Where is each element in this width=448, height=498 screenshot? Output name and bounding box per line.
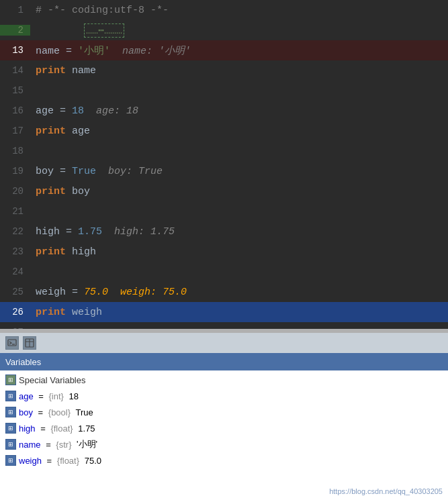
- var-icon-age: ⊞: [5, 391, 16, 401]
- var-item-name[interactable]: ⊞ name = {str} '小明': [0, 436, 448, 452]
- var-icon-boy: ⊞: [5, 407, 16, 417]
- line-number-19: 19: [0, 166, 30, 177]
- code-editor: 1 # -*- coding:utf-8 -*- 2 ……⋯……… 13 nam…: [0, 0, 448, 329]
- line-content-20: print boy: [30, 186, 448, 197]
- variables-panel: Variables ⊞ Special Variables ⊞ age = {i…: [0, 353, 448, 498]
- line-number-16: 16: [0, 105, 30, 116]
- code-line-26[interactable]: 26 print weigh: [0, 302, 448, 322]
- var-type-weigh: {float}: [57, 456, 79, 466]
- code-line-16[interactable]: 16 age = 18 age: 18: [0, 101, 448, 121]
- line-number-18: 18: [0, 146, 30, 156]
- variables-title: Variables: [5, 357, 41, 367]
- line-content-22: high = 1.75 high: 1.75: [30, 226, 448, 238]
- var-icon-weigh: ⊞: [5, 455, 16, 466]
- var-item-weigh[interactable]: ⊞ weigh = {float} 75.0: [0, 452, 448, 468]
- line-content-16: age = 18 age: 18: [30, 105, 448, 117]
- line-content-23: print high: [30, 246, 448, 258]
- code-area: 1 # -*- coding:utf-8 -*- 2 ……⋯……… 13 nam…: [0, 0, 448, 329]
- var-equals-high: =: [38, 424, 48, 434]
- line-number-13: 13: [0, 45, 30, 56]
- special-var-icon: ⊞: [5, 375, 16, 385]
- line-content-19: boy = True boy: True: [30, 166, 448, 177]
- code-line-19[interactable]: 19 boy = True boy: True: [0, 161, 448, 181]
- line-number-24: 24: [0, 266, 30, 277]
- var-value-name: '小明': [74, 438, 97, 450]
- line-content-25: weigh = 75.0 weigh: 75.0: [30, 287, 448, 298]
- line-number-17: 17: [0, 126, 30, 136]
- variables-header: Variables: [0, 353, 448, 370]
- line-number-1: 1: [0, 5, 30, 15]
- var-name-name: name: [19, 440, 41, 450]
- special-variables-label: Special Variables: [19, 375, 85, 385]
- var-item-high[interactable]: ⊞ high = {float} 1.75: [0, 420, 448, 436]
- line-number-15: 15: [0, 85, 30, 96]
- code-line-15[interactable]: 15: [0, 81, 448, 101]
- var-name-weigh: weigh: [19, 456, 42, 466]
- code-line-25[interactable]: 25 weigh = 75.0 weigh: 75.0: [0, 282, 448, 302]
- code-line-14[interactable]: 14 print name: [0, 60, 448, 81]
- line-number-26: 26: [0, 307, 30, 317]
- line-number-25: 25: [0, 287, 30, 297]
- console-icon[interactable]: [5, 336, 19, 350]
- var-value-boy: True: [73, 407, 93, 417]
- var-value-weigh: 75.0: [82, 456, 101, 466]
- var-type-age: {int}: [49, 391, 64, 401]
- line-number-22: 22: [0, 226, 30, 237]
- var-icon-name: ⊞: [5, 439, 16, 450]
- table-icon[interactable]: [23, 336, 36, 350]
- code-line-13[interactable]: 13 name = '小明' name: '小明': [0, 40, 448, 60]
- special-variables-item[interactable]: ⊞ Special Variables: [0, 372, 448, 388]
- var-equals-age: =: [36, 391, 46, 401]
- var-value-high: 1.75: [76, 424, 95, 434]
- code-line-21[interactable]: 21: [0, 201, 448, 221]
- code-line-18[interactable]: 18: [0, 141, 448, 161]
- var-type-name: {str}: [56, 440, 71, 450]
- var-equals-weigh: =: [44, 456, 54, 466]
- bottom-toolbar: [0, 333, 448, 353]
- line-number-14: 14: [0, 65, 30, 76]
- code-line-27[interactable]: 27: [0, 322, 448, 329]
- var-item-boy[interactable]: ⊞ boy = {bool} True: [0, 404, 448, 420]
- svg-rect-0: [8, 340, 16, 346]
- line-number-27: 27: [0, 327, 30, 329]
- special-variables-section: ⊞ Special Variables ⊞ age = {int} 18 ⊞ b…: [0, 370, 448, 470]
- line-number-21: 21: [0, 206, 30, 217]
- variables-content: ⊞ Special Variables ⊞ age = {int} 18 ⊞ b…: [0, 370, 448, 498]
- var-equals-boy: =: [36, 407, 46, 417]
- code-line-20[interactable]: 20 print boy: [0, 181, 448, 201]
- line-content-26: print weigh: [30, 307, 448, 318]
- var-icon-high: ⊞: [5, 423, 16, 434]
- var-value-age: 18: [66, 391, 79, 401]
- line-number-2: 2: [0, 25, 30, 36]
- var-name-high: high: [19, 424, 36, 434]
- line-number-23: 23: [0, 246, 30, 257]
- line-content-14: print name: [30, 65, 448, 77]
- code-line-22[interactable]: 22 high = 1.75 high: 1.75: [0, 221, 448, 242]
- watermark: https://blog.csdn.net/qq_40303205: [329, 487, 443, 495]
- var-type-high: {float}: [50, 424, 73, 434]
- var-type-boy: {bool}: [48, 407, 71, 417]
- var-name-boy: boy: [19, 407, 33, 417]
- code-line-23[interactable]: 23 print high: [0, 242, 448, 262]
- code-line-24[interactable]: 24: [0, 262, 448, 282]
- var-equals-name: =: [44, 440, 54, 450]
- var-name-age: age: [19, 391, 34, 401]
- code-line-17[interactable]: 17 print age: [0, 121, 448, 141]
- var-item-age[interactable]: ⊞ age = {int} 18: [0, 388, 448, 404]
- line-number-20: 20: [0, 186, 30, 197]
- line-content-13: name = '小明' name: '小明': [30, 44, 448, 57]
- line-content-17: print age: [30, 126, 448, 137]
- code-line-2[interactable]: 2 ……⋯………: [0, 20, 448, 40]
